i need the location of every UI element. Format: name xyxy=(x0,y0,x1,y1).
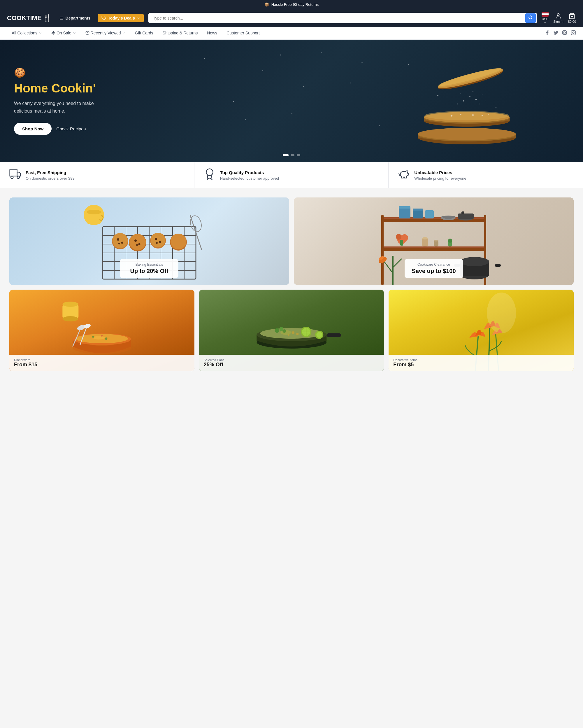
logo-fork-icon: 🍴 xyxy=(43,14,52,22)
svg-rect-105 xyxy=(495,264,501,267)
search-button[interactable] xyxy=(525,14,536,23)
svg-point-92 xyxy=(396,234,402,240)
nav-on-sale[interactable]: On Sale xyxy=(47,27,81,40)
svg-point-65 xyxy=(134,239,137,242)
promo-card-dinnerware[interactable]: Dinnerware From $15 xyxy=(9,290,194,371)
features-strip: Fast, Free Shipping On domestic orders o… xyxy=(0,162,583,188)
svg-point-123 xyxy=(62,302,78,307)
header: COOKTIME 🍴 Departments Today's Deals USD xyxy=(0,9,583,27)
top-banner: 📦 Hassle Free 90-day Returns xyxy=(0,0,583,9)
svg-point-24 xyxy=(469,96,470,97)
facebook-icon[interactable] xyxy=(545,30,550,36)
cart-button[interactable]: $0.00 xyxy=(568,13,576,23)
svg-point-114 xyxy=(93,336,105,339)
svg-point-55 xyxy=(113,233,128,248)
svg-point-28 xyxy=(485,101,485,101)
feature-shipping: Fast, Free Shipping On domestic orders o… xyxy=(0,162,194,188)
svg-point-138 xyxy=(275,328,279,333)
logo-text: COOKTIME xyxy=(7,15,42,21)
svg-point-98 xyxy=(434,240,438,241)
cookware-promo-label: Cookware Clearance Save up to $100 xyxy=(405,259,463,278)
check-recipes-button[interactable]: Check Recipes xyxy=(56,126,86,131)
pinterest-icon[interactable] xyxy=(562,30,567,36)
svg-point-29 xyxy=(460,93,461,94)
nav-shipping[interactable]: Shipping & Returns xyxy=(158,27,202,40)
svg-line-108 xyxy=(393,259,402,267)
promo-top-grid: Baking Essentials Up to 20% Off xyxy=(9,198,574,285)
hero-dot-2[interactable] xyxy=(291,154,295,156)
promo-card-pans[interactable]: Selected Pans 25% Off xyxy=(199,290,384,371)
nav-recently-viewed[interactable]: Recently Viewed xyxy=(81,27,130,40)
menu-icon xyxy=(59,16,64,20)
svg-rect-80 xyxy=(381,215,384,285)
social-links xyxy=(545,30,576,36)
svg-point-129 xyxy=(292,331,295,334)
svg-point-115 xyxy=(92,336,94,338)
award-icon xyxy=(204,168,215,180)
svg-point-40 xyxy=(206,169,213,176)
promo-card-cookware[interactable]: Cookware Clearance Save up to $100 xyxy=(294,198,574,285)
nav-all-collections[interactable]: All Collections xyxy=(7,27,47,40)
svg-point-17 xyxy=(425,111,509,121)
nav-customer-support[interactable]: Customer Support xyxy=(222,27,265,40)
twitter-icon[interactable] xyxy=(553,30,558,36)
banner-text: Hassle Free 90-day Returns xyxy=(271,2,319,7)
hero-section: 🍪 Home Cookin' We carry everything you n… xyxy=(0,40,583,162)
svg-rect-79 xyxy=(381,246,486,248)
svg-point-130 xyxy=(296,333,299,335)
svg-point-96 xyxy=(422,237,428,239)
svg-point-70 xyxy=(156,242,158,244)
svg-point-6 xyxy=(557,14,559,16)
flag-icon xyxy=(542,12,549,17)
nav-gift-cards[interactable]: Gift Cards xyxy=(130,27,158,40)
svg-point-19 xyxy=(460,114,461,115)
search-input[interactable] xyxy=(148,13,537,23)
svg-point-66 xyxy=(138,243,140,245)
svg-rect-9 xyxy=(571,31,576,35)
svg-point-57 xyxy=(130,234,146,250)
feature-shipping-text: Fast, Free Shipping On domestic orders o… xyxy=(26,170,75,181)
pans-promo-label: Selected Pans 25% Off xyxy=(199,355,384,371)
search-bar xyxy=(148,13,537,23)
svg-point-68 xyxy=(155,238,157,240)
piggy-bank-icon xyxy=(398,168,410,182)
chevron-down-icon xyxy=(137,16,140,20)
svg-point-64 xyxy=(118,243,120,244)
hero-dot-3[interactable] xyxy=(297,154,300,156)
svg-marker-37 xyxy=(17,172,21,176)
svg-point-100 xyxy=(448,239,452,243)
hero-cookie-icon: 🍪 xyxy=(14,67,107,78)
svg-point-103 xyxy=(460,257,489,266)
chevron-down-icon xyxy=(544,21,547,24)
svg-rect-36 xyxy=(10,170,17,176)
hero-dot-1[interactable] xyxy=(283,154,288,156)
logo[interactable]: COOKTIME 🍴 xyxy=(7,14,52,22)
svg-point-23 xyxy=(463,100,464,102)
svg-point-30 xyxy=(473,91,473,92)
today-deals-button[interactable]: Today's Deals xyxy=(98,14,144,22)
departments-button[interactable]: Departments xyxy=(56,14,93,22)
svg-rect-86 xyxy=(425,210,434,218)
truck-icon xyxy=(9,168,21,182)
promo-card-decorative[interactable]: Decorative Items From $5 xyxy=(389,290,574,371)
promo-card-baking[interactable]: Baking Essentials Up to 20% Off xyxy=(9,198,289,285)
svg-point-75 xyxy=(87,210,101,214)
svg-point-117 xyxy=(101,335,103,337)
svg-point-69 xyxy=(159,241,161,243)
shop-now-button[interactable]: Shop Now xyxy=(14,123,52,135)
cart-icon xyxy=(569,13,575,19)
feature-quality-text: Top Quality Products Hand-selected, cust… xyxy=(220,170,279,181)
hero-carousel-dots xyxy=(283,154,300,156)
search-icon xyxy=(528,15,533,20)
lightning-icon xyxy=(51,31,55,35)
svg-point-67 xyxy=(136,244,138,246)
svg-point-18 xyxy=(451,114,452,116)
svg-point-116 xyxy=(105,337,107,340)
nav-news[interactable]: News xyxy=(202,27,222,40)
svg-rect-95 xyxy=(422,238,428,246)
sign-in-button[interactable]: Sign In xyxy=(553,13,563,23)
currency-selector[interactable]: USD xyxy=(542,12,549,24)
svg-point-145 xyxy=(487,292,516,333)
instagram-icon[interactable] xyxy=(571,30,576,36)
user-icon xyxy=(555,13,561,19)
